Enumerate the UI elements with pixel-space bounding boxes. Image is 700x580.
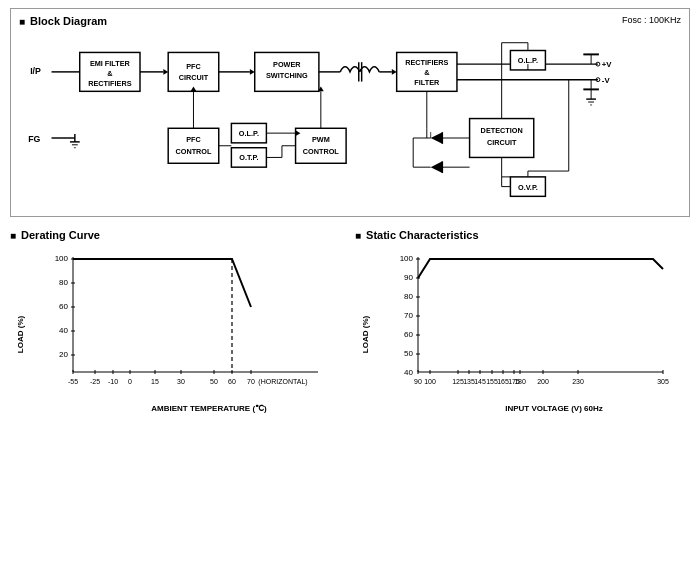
derating-curve-title: Derating Curve	[21, 229, 100, 241]
svg-text:80: 80	[404, 292, 413, 301]
svg-text:20: 20	[59, 350, 68, 359]
static-char-section: Static Characteristics LOAD (%) 100 90 8…	[355, 229, 690, 413]
svg-text:O.V.P.: O.V.P.	[518, 183, 538, 192]
svg-text:CIRCUIT: CIRCUIT	[487, 138, 517, 147]
svg-text:15: 15	[151, 378, 159, 385]
svg-text:CONTROL: CONTROL	[175, 147, 212, 156]
derating-chart-svg: 100 80 60 40 20 -55	[38, 247, 338, 402]
svg-text:POWER: POWER	[273, 60, 301, 69]
svg-rect-14	[168, 52, 219, 91]
svg-text:0: 0	[128, 378, 132, 385]
svg-marker-13	[163, 69, 168, 75]
svg-text:50: 50	[404, 349, 413, 358]
block-diagram-title: Block Diagram	[30, 15, 107, 27]
svg-text:&: &	[424, 68, 430, 77]
svg-point-36	[596, 78, 600, 82]
svg-rect-19	[255, 52, 319, 91]
svg-marker-88	[431, 161, 443, 173]
svg-text:FILTER: FILTER	[414, 78, 440, 87]
svg-text:30: 30	[177, 378, 185, 385]
charts-row: Derating Curve LOAD (%) 100 80 60 40 20	[10, 229, 690, 413]
svg-text:60: 60	[228, 378, 236, 385]
svg-text:O.L.P.: O.L.P.	[518, 56, 538, 65]
diagram-svg: I/P FG EMI FILTER & RECTIFIERS	[19, 33, 681, 208]
svg-text:CIRCUIT: CIRCUIT	[179, 73, 209, 82]
svg-text:O.L.P.: O.L.P.	[239, 129, 259, 138]
svg-text:+V: +V	[602, 60, 613, 69]
svg-text:DETECTION: DETECTION	[481, 126, 523, 135]
svg-text:70: 70	[404, 311, 413, 320]
svg-marker-73	[318, 86, 324, 91]
static-chart-area: LOAD (%) 100 90 80 70 60 50 40	[355, 247, 690, 413]
svg-text:I/P: I/P	[30, 66, 41, 76]
svg-text:-55: -55	[68, 378, 78, 385]
svg-marker-18	[250, 69, 255, 75]
svg-marker-83	[431, 132, 443, 144]
svg-rect-62	[231, 148, 266, 167]
svg-text:-25: -25	[90, 378, 100, 385]
block-diagram-section: Block Diagram Fosc : 100KHz I/P FG EMI F…	[10, 8, 690, 217]
svg-text:60: 60	[59, 302, 68, 311]
derating-curve-header: Derating Curve	[10, 229, 345, 241]
derating-chart-area: LOAD (%) 100 80 60 40 20	[10, 247, 345, 413]
svg-point-35	[596, 62, 600, 66]
svg-text:RECTIFIERS: RECTIFIERS	[405, 58, 448, 67]
svg-text:90: 90	[414, 378, 422, 385]
svg-text:50: 50	[210, 378, 218, 385]
svg-text:60: 60	[404, 330, 413, 339]
static-char-title: Static Characteristics	[366, 229, 479, 241]
svg-text:100: 100	[400, 254, 414, 263]
svg-text:CONTROL: CONTROL	[303, 147, 340, 156]
svg-text:RECTIFIERS: RECTIFIERS	[88, 79, 131, 88]
svg-rect-74	[510, 177, 545, 196]
svg-text:(HORIZONTAL): (HORIZONTAL)	[258, 378, 307, 386]
svg-text:-10: -10	[108, 378, 118, 385]
svg-rect-27	[397, 52, 457, 91]
svg-marker-51	[499, 119, 505, 124]
svg-text:180: 180	[514, 378, 526, 385]
block-diagram-content: I/P FG EMI FILTER & RECTIFIERS	[19, 33, 681, 208]
derating-curve-section: Derating Curve LOAD (%) 100 80 60 40 20	[10, 229, 345, 413]
derating-ylabel: LOAD (%)	[16, 316, 25, 353]
static-xlabel: INPUT VOLTAGE (V) 60Hz	[383, 404, 690, 413]
static-char-header: Static Characteristics	[355, 229, 690, 241]
static-chart-svg: 100 90 80 70 60 50 40	[383, 247, 683, 402]
svg-marker-26	[392, 69, 397, 75]
svg-text:&: &	[107, 69, 113, 78]
svg-text:100: 100	[424, 378, 436, 385]
svg-text:80: 80	[59, 278, 68, 287]
svg-rect-52	[470, 119, 534, 158]
svg-text:40: 40	[59, 326, 68, 335]
svg-text:-V: -V	[602, 76, 611, 85]
svg-rect-60	[231, 123, 266, 142]
derating-xlabel: AMBIENT TEMPERATURE (℃)	[38, 404, 345, 413]
fosc-label: Fosc : 100KHz	[622, 15, 681, 25]
svg-text:40: 40	[404, 368, 413, 377]
svg-text:FG: FG	[28, 134, 40, 144]
svg-text:230: 230	[572, 378, 584, 385]
svg-text:SWITCHING: SWITCHING	[266, 71, 308, 80]
svg-text:70: 70	[247, 378, 255, 385]
svg-text:PFC: PFC	[186, 135, 201, 144]
svg-rect-64	[296, 128, 347, 163]
svg-text:90: 90	[404, 273, 413, 282]
svg-text:PFC: PFC	[186, 62, 201, 71]
svg-text:O.T.P.: O.T.P.	[239, 153, 258, 162]
svg-rect-55	[168, 128, 219, 163]
svg-text:100: 100	[55, 254, 69, 263]
svg-rect-8	[80, 52, 140, 91]
svg-text:EMI FILTER: EMI FILTER	[90, 59, 131, 68]
svg-marker-59	[191, 86, 197, 91]
svg-text:305: 305	[657, 378, 669, 385]
block-diagram-header: Block Diagram	[19, 15, 681, 27]
svg-rect-45	[510, 51, 545, 70]
page-container: Block Diagram Fosc : 100KHz I/P FG EMI F…	[0, 0, 700, 580]
svg-text:200: 200	[537, 378, 549, 385]
static-ylabel: LOAD (%)	[361, 316, 370, 353]
svg-text:PWM: PWM	[312, 135, 330, 144]
svg-text:145: 145	[474, 378, 486, 385]
svg-marker-68	[296, 130, 301, 136]
